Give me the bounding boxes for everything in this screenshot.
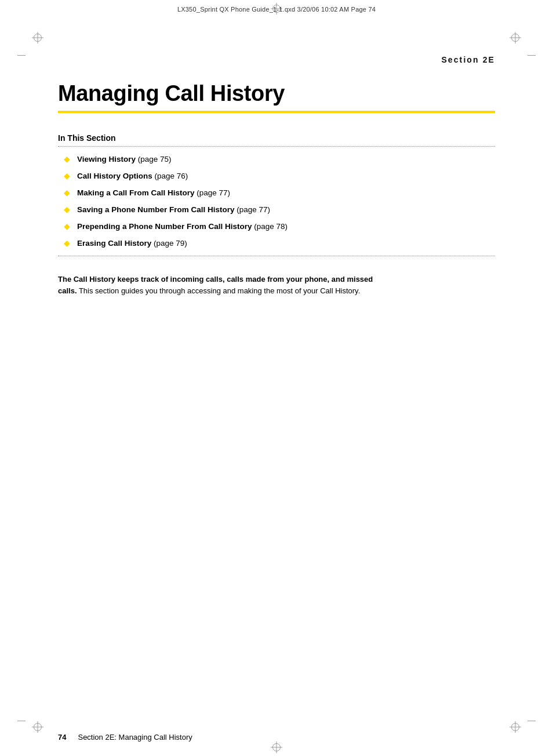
toc-item-3-text: Making a Call From Call History (page 77… — [77, 188, 230, 197]
toc-item-5-normal: (page 78) — [252, 222, 288, 231]
toc-item-4-bold: Saving a Phone Number From Call History — [77, 205, 235, 214]
toc-item-4-text: Saving a Phone Number From Call History … — [77, 205, 270, 214]
toc-item-6-bold: Erasing Call History — [77, 239, 151, 248]
bullet-2: ◆ — [64, 172, 70, 180]
section-label: Section 2E — [58, 55, 495, 64]
margin-mark-right-top — [527, 55, 536, 56]
body-paragraph: The Call History keeps track of incoming… — [58, 274, 383, 297]
dotted-divider-top — [58, 146, 495, 147]
reg-mark-bottom-left — [32, 721, 43, 733]
footer-page-number: 74 — [58, 733, 66, 742]
footer-text: Section 2E: Managing Call History — [78, 733, 192, 742]
margin-mark-left-bottom — [17, 721, 26, 721]
body-normal-text: This section guides you through accessin… — [77, 286, 361, 295]
title-underline — [58, 111, 495, 113]
footer: 74 Section 2E: Managing Call History — [58, 733, 495, 742]
toc-item-5: ◆ Prepending a Phone Number From Call Hi… — [64, 222, 495, 231]
toc-item-5-bold: Prepending a Phone Number From Call Hist… — [77, 222, 252, 231]
bullet-1: ◆ — [64, 155, 70, 163]
page-container: LX350_Sprint QX Phone Guide_1-1.qxd 3/20… — [0, 0, 553, 756]
toc-item-3: ◆ Making a Call From Call History (page … — [64, 188, 495, 197]
toc-item-1: ◆ Viewing History (page 75) — [64, 155, 495, 163]
toc-list: ◆ Viewing History (page 75) ◆ Call Histo… — [64, 155, 495, 248]
toc-item-2-bold: Call History Options — [77, 172, 152, 180]
toc-item-3-bold: Making a Call From Call History — [77, 188, 195, 197]
toc-item-6-normal: (page 79) — [151, 239, 187, 248]
toc-item-1-normal: (page 75) — [136, 155, 172, 163]
toc-item-1-bold: Viewing History — [77, 155, 136, 163]
reg-mark-bottom-right — [510, 721, 521, 733]
reg-mark-top-left — [32, 32, 43, 43]
page-title: Managing Call History — [58, 82, 495, 106]
toc-item-6: ◆ Erasing Call History (page 79) — [64, 239, 495, 248]
toc-item-5-text: Prepending a Phone Number From Call Hist… — [77, 222, 288, 231]
toc-item-4: ◆ Saving a Phone Number From Call Histor… — [64, 205, 495, 214]
toc-item-4-normal: (page 77) — [235, 205, 271, 214]
bullet-3: ◆ — [64, 188, 70, 197]
bullet-5: ◆ — [64, 222, 70, 230]
margin-mark-right-bottom — [527, 721, 536, 721]
reg-mark-top-right — [510, 32, 521, 43]
dotted-divider-bottom — [58, 256, 495, 256]
margin-mark-left-top — [17, 55, 26, 56]
toc-item-2: ◆ Call History Options (page 76) — [64, 172, 495, 180]
toc-item-1-text: Viewing History (page 75) — [77, 155, 172, 163]
bullet-6: ◆ — [64, 239, 70, 247]
main-content: Section 2E Managing Call History In This… — [58, 55, 495, 710]
toc-item-6-text: Erasing Call History (page 79) — [77, 239, 187, 248]
header-file-info: LX350_Sprint QX Phone Guide_1-1.qxd 3/20… — [177, 6, 376, 13]
header-bar: LX350_Sprint QX Phone Guide_1-1.qxd 3/20… — [0, 6, 553, 13]
bullet-4: ◆ — [64, 205, 70, 213]
toc-item-3-normal: (page 77) — [195, 188, 231, 197]
reg-mark-bottom-center — [271, 742, 282, 753]
toc-item-2-normal: (page 76) — [152, 172, 188, 180]
in-this-section-heading: In This Section — [58, 133, 495, 143]
toc-item-2-text: Call History Options (page 76) — [77, 172, 188, 180]
